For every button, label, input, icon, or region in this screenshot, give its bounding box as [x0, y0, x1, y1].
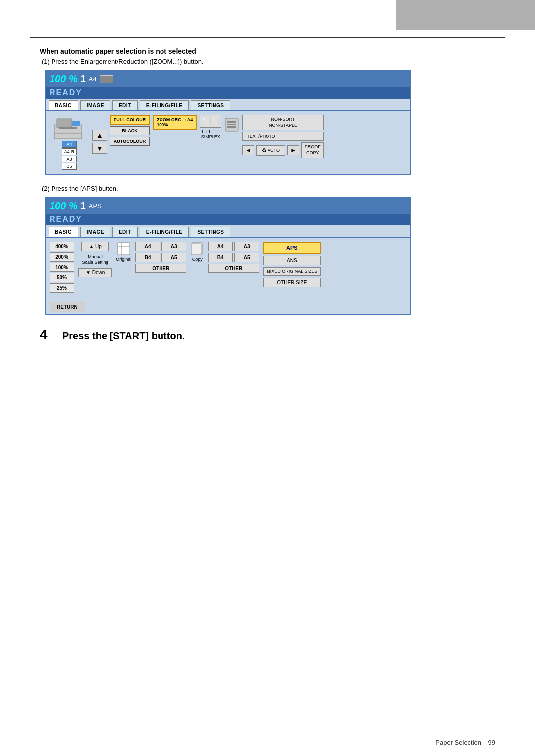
svg-rect-13 — [191, 244, 201, 255]
screen2-tab-basic[interactable]: BASIC — [49, 227, 78, 237]
step4-number: 4 — [40, 327, 54, 343]
right-panel: NON-SORTNON-STAPLE TEXT/PHOTO ◄ ♻ AUTO ►… — [242, 115, 324, 158]
screen2-ready: READY — [46, 214, 410, 225]
original-sizes: A4 A3 B4 A5 OTHER — [135, 242, 186, 273]
svg-rect-6 — [227, 121, 236, 123]
copy-other[interactable]: OTHER — [208, 264, 259, 273]
top-rule — [30, 37, 505, 38]
zoom-400[interactable]: 400% — [50, 242, 74, 251]
step4-heading: 4 Press the [START] button. — [40, 327, 495, 343]
screen2-tabs-row: BASIC IMAGE EDIT E-FILING/FILE SETTINGS — [46, 225, 410, 238]
aps-btn[interactable]: APS — [263, 242, 321, 254]
orig-b4[interactable]: B4 — [135, 253, 160, 262]
screen2-percent: 100 % — [50, 200, 78, 212]
tab-edit[interactable]: EDIT — [112, 100, 138, 110]
screen2-tab-image[interactable]: IMAGE — [80, 227, 110, 237]
top-bar — [396, 0, 535, 30]
tab-basic[interactable]: BASIC — [49, 100, 78, 110]
return-btn[interactable]: RETURN — [50, 302, 85, 312]
auto-label: AUTO — [268, 148, 280, 153]
zoom-btn[interactable]: ZOOM ORG.→A4100% — [153, 115, 197, 130]
proof-copy-btn[interactable]: PROOFCOPY — [301, 142, 324, 158]
tab-image[interactable]: IMAGE — [80, 100, 110, 110]
footer-text: Paper Selection — [435, 739, 481, 746]
ans-btn[interactable]: ANS — [263, 256, 321, 265]
screen1-paper-size: A4 — [89, 75, 97, 83]
screen1-ready: READY — [46, 87, 410, 99]
up-btn[interactable]: ▲ Up — [81, 242, 108, 251]
svg-rect-1 — [57, 119, 72, 128]
step4-title: Press the [START] button. — [62, 330, 185, 342]
paper-slot-a3[interactable]: A3 — [62, 156, 77, 162]
simplex-label: 1→1SIMPLEX — [201, 129, 220, 139]
zoom-100[interactable]: 100% — [50, 263, 74, 272]
auto-colour-btn[interactable]: AUTOCOLOUR — [110, 137, 150, 146]
manual-label: ManualScale Setting — [82, 254, 108, 265]
full-colour-btn[interactable]: FULL COLOUR — [110, 115, 150, 125]
zoom-25[interactable]: 25% — [50, 283, 74, 293]
screen2-tab-settings[interactable]: SETTINGS — [191, 227, 230, 237]
down-arrow-btn[interactable]: ▼ — [92, 143, 107, 154]
simplex-btn[interactable]: ⬜⬜ — [200, 115, 221, 128]
bottom-row: RETURN — [46, 297, 410, 314]
tab-settings[interactable]: SETTINGS — [191, 100, 230, 110]
paper-slot-a4[interactable]: A4 — [62, 141, 77, 148]
arrow-panel: ▲ ▼ — [92, 130, 107, 154]
copier-icon — [52, 115, 87, 140]
finisher-icon — [224, 117, 239, 132]
bottom-rule — [30, 726, 505, 726]
non-sort-btn[interactable]: NON-SORTNON-STAPLE — [242, 115, 324, 130]
step2-text: (2) Press the [APS] button. — [42, 185, 495, 192]
paper-slot-b5[interactable]: B5 — [62, 163, 77, 170]
copy-b4[interactable]: B4 — [208, 253, 233, 262]
orig-a5[interactable]: A5 — [161, 253, 186, 262]
screen2-tab-efiling[interactable]: E-FILING/FILE — [140, 227, 189, 237]
auto-btn[interactable]: ♻ AUTO — [256, 145, 285, 156]
mixed-btn[interactable]: MIXED ORIGINAL SIZES — [263, 267, 321, 276]
orig-other[interactable]: OTHER — [135, 264, 186, 273]
original-panel: Original — [116, 242, 131, 262]
auto-proof-row: ◄ ♻ AUTO ► PROOFCOPY — [242, 142, 324, 158]
aps-controls: 400% 200% 100% 50% 25% ▲ Up ManualScale … — [46, 238, 410, 297]
tab-efiling[interactable]: E-FILING/FILE — [140, 100, 189, 110]
up-down-panel: ▲ Up ManualScale Setting ▼ Down — [78, 242, 112, 277]
finisher-icon-area — [224, 117, 239, 132]
aps-right-panel: APS ANS MIXED ORIGINAL SIZES OTHER SIZE — [263, 242, 321, 287]
screen2-aps-label: APS — [89, 202, 102, 210]
zoom-50[interactable]: 50% — [50, 273, 74, 282]
original-icon — [117, 242, 131, 256]
color-panel: FULL COLOUR BLACK AUTOCOLOUR — [110, 115, 150, 146]
copier-panel: A4 A4-R A3 B5 — [50, 115, 89, 170]
simplex-area: ⬜⬜ 1→1SIMPLEX — [200, 115, 221, 139]
nav-right[interactable]: ► — [287, 145, 299, 155]
screen2-mockup: 100 % 1 APS READY BASIC IMAGE EDIT E-FIL… — [45, 197, 411, 315]
paper-slot-a4r[interactable]: A4-R — [62, 148, 77, 155]
svg-rect-8 — [227, 126, 236, 128]
svg-rect-3 — [72, 121, 80, 126]
screen1-mockup: 100 % 1 A4 READY BASIC IMAGE EDIT E-FILI… — [45, 70, 411, 175]
screen2-tab-edit[interactable]: EDIT — [112, 227, 138, 237]
nav-left[interactable]: ◄ — [242, 145, 254, 155]
other-size-btn[interactable]: OTHER SIZE — [263, 278, 321, 287]
screen1-status-bar: 100 % 1 A4 — [46, 71, 410, 87]
copy-a3[interactable]: A3 — [234, 242, 259, 251]
orig-a3[interactable]: A3 — [161, 242, 186, 251]
screen1-number: 1 — [81, 74, 86, 84]
screen1-tabs-row: BASIC IMAGE EDIT E-FILING/FILE SETTINGS — [46, 99, 410, 111]
copy-icon-svg — [190, 242, 204, 256]
screen2-number: 1 — [81, 201, 86, 211]
screen1-controls: A4 A4-R A3 B5 ▲ ▼ FULL COLOUR BLACK AUTO… — [46, 111, 410, 174]
up-arrow-btn[interactable]: ▲ — [92, 130, 107, 141]
black-btn[interactable]: BLACK — [110, 126, 150, 135]
orig-a4[interactable]: A4 — [135, 242, 160, 251]
copy-panel: Copy — [190, 242, 204, 262]
copy-a5[interactable]: A5 — [234, 253, 259, 262]
text-photo-btn[interactable]: TEXT/PHOTO — [242, 132, 324, 141]
copy-label: Copy — [192, 257, 203, 262]
svg-rect-7 — [227, 124, 236, 125]
copy-a4[interactable]: A4 — [208, 242, 233, 251]
zoom-200[interactable]: 200% — [50, 252, 74, 262]
zoom-list: 400% 200% 100% 50% 25% — [50, 242, 74, 293]
down-btn[interactable]: ▼ Down — [78, 268, 112, 277]
zoom-area: ZOOM ORG.→A4100% — [153, 115, 197, 130]
